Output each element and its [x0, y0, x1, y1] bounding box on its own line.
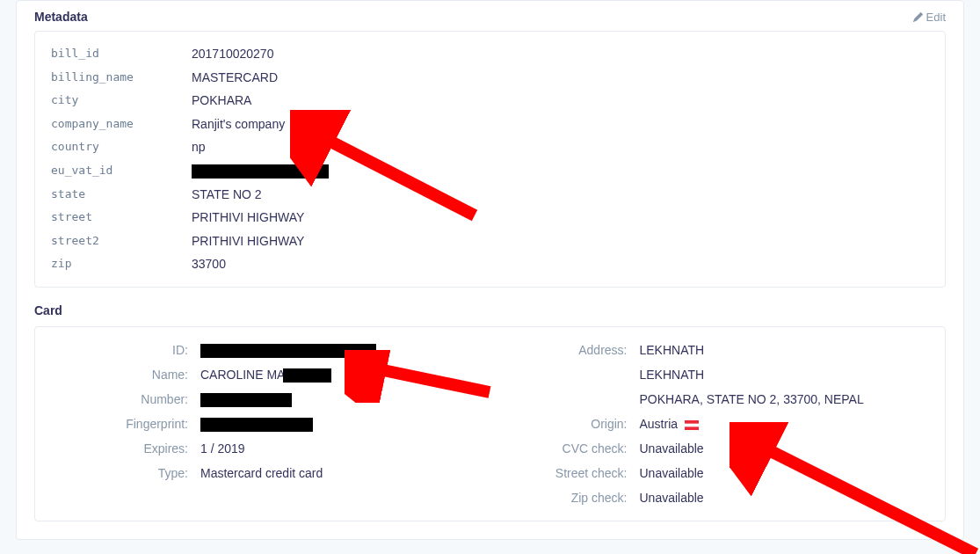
card-right-col: Address: LEKHNATH LEKHNATH POKHARA, STAT…: [490, 338, 930, 510]
svg-rect-1: [685, 423, 699, 426]
card-row-zip-check: Zip check: Unavailable: [490, 485, 930, 510]
card-label: CVC check:: [490, 436, 640, 461]
card-value: Mastercard credit card: [200, 461, 323, 485]
meta-key: billing_name: [51, 67, 192, 89]
card-row-type: Type: Mastercard credit card: [51, 461, 490, 485]
metadata-title: Metadata: [34, 10, 88, 24]
redacted-bar: [283, 368, 331, 383]
redacted-bar: [192, 164, 329, 179]
card-label: Type:: [51, 461, 200, 485]
card-panel: ID: Name: CAROLINE MA Number: Fingerprin…: [34, 326, 946, 521]
card-row-cvc: CVC check: Unavailable: [490, 436, 930, 461]
card-label: Zip check:: [490, 485, 640, 510]
card-left-col: ID: Name: CAROLINE MA Number: Fingerprin…: [51, 338, 490, 510]
redacted-bar: [200, 393, 292, 407]
edit-label: Edit: [926, 11, 946, 24]
meta-val: [192, 159, 329, 183]
card-row-address2: LEKHNATH: [490, 362, 930, 387]
redacted-bar: [200, 344, 376, 358]
metadata-panel: bill_id 201710020270 billing_name MASTER…: [34, 31, 946, 288]
card-value: 1 / 2019: [200, 436, 245, 461]
card-label: Fingerprint:: [51, 412, 200, 436]
meta-row-state: state STATE NO 2: [51, 183, 929, 207]
main-panel: Metadata Edit bill_id 201710020270 billi…: [16, 0, 964, 540]
meta-val: PRITHIVI HIGHWAY: [192, 230, 304, 253]
meta-key: eu_vat_id: [51, 160, 192, 182]
meta-row-eu-vat-id: eu_vat_id: [51, 159, 929, 183]
card-value: Austria: [640, 412, 699, 436]
meta-key: bill_id: [51, 43, 192, 65]
card-label: Expires:: [51, 436, 200, 461]
card-label: Name:: [51, 362, 200, 387]
card-label: ID:: [51, 338, 200, 362]
meta-val: PRITHIVI HIGHWAY: [192, 206, 304, 230]
card-value: POKHARA, STATE NO 2, 33700, NEPAL: [640, 387, 864, 412]
edit-button[interactable]: Edit: [913, 11, 946, 24]
meta-key: zip: [51, 253, 192, 275]
card-section-title: Card: [34, 288, 946, 326]
card-row-street-check: Street check: Unavailable: [490, 461, 930, 485]
meta-key: state: [51, 184, 192, 206]
card-grid: ID: Name: CAROLINE MA Number: Fingerprin…: [51, 338, 929, 510]
card-value: Unavailable: [640, 461, 704, 485]
card-value: Unavailable: [640, 485, 704, 510]
card-value: Unavailable: [640, 436, 704, 461]
meta-val: STATE NO 2: [192, 183, 262, 207]
meta-row-street2: street2 PRITHIVI HIGHWAY: [51, 230, 929, 253]
card-row-address3: POKHARA, STATE NO 2, 33700, NEPAL: [490, 387, 930, 412]
austria-flag-icon: [685, 420, 699, 430]
card-label: Street check:: [490, 461, 640, 485]
card-value: [200, 412, 313, 436]
meta-val: 201710020270: [192, 42, 273, 66]
meta-row-country: country np: [51, 135, 929, 159]
card-name-prefix: CAROLINE MA: [200, 368, 285, 382]
card-row-address1: Address: LEKHNATH: [490, 338, 930, 362]
meta-val: MASTERCARD: [192, 66, 278, 90]
meta-val: np: [192, 135, 206, 159]
meta-row-billing-name: billing_name MASTERCARD: [51, 66, 929, 90]
card-value: CAROLINE MA: [200, 362, 331, 387]
card-value: [200, 338, 376, 362]
meta-key: street: [51, 207, 192, 229]
meta-row-zip: zip 33700: [51, 252, 929, 276]
pencil-icon: [913, 12, 923, 22]
meta-row-city: city POKHARA: [51, 89, 929, 113]
card-row-expires: Expires: 1 / 2019: [51, 436, 490, 461]
meta-key: country: [51, 136, 192, 158]
meta-val: POKHARA: [192, 89, 251, 113]
meta-key: city: [51, 90, 192, 112]
card-row-number: Number:: [51, 387, 490, 412]
card-label: Origin:: [490, 412, 640, 436]
card-row-id: ID:: [51, 338, 490, 362]
metadata-header: Metadata Edit: [34, 1, 946, 31]
card-value: LEKHNATH: [640, 338, 705, 362]
meta-row-company-name: company_name Ranjit's company: [51, 113, 929, 136]
meta-key: street2: [51, 230, 192, 252]
card-label: Number:: [51, 387, 200, 412]
card-label: Address:: [490, 338, 640, 362]
card-row-name: Name: CAROLINE MA: [51, 362, 490, 387]
card-row-fingerprint: Fingerprint:: [51, 412, 490, 436]
meta-row-bill-id: bill_id 201710020270: [51, 42, 929, 66]
redacted-bar: [200, 418, 313, 432]
meta-val: Ranjit's company: [192, 113, 285, 136]
card-row-origin: Origin: Austria: [490, 412, 930, 436]
card-value: LEKHNATH: [640, 362, 705, 387]
card-value: [200, 387, 292, 412]
origin-text: Austria: [640, 417, 679, 431]
meta-row-street: street PRITHIVI HIGHWAY: [51, 206, 929, 230]
meta-key: company_name: [51, 113, 192, 135]
meta-val: 33700: [192, 252, 226, 276]
